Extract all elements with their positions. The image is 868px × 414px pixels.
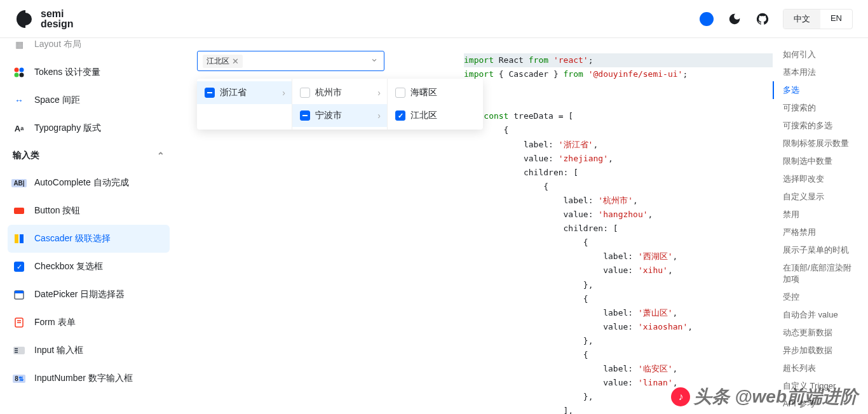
toc-item[interactable]: 超长列表 <box>773 359 868 377</box>
toc-item[interactable]: 可搜索的多选 <box>773 117 868 135</box>
toc-item[interactable]: 自定义 Trigger <box>773 377 868 395</box>
toc-item[interactable]: 可搜索的 <box>773 99 868 117</box>
sidebar-item-label: Button 按钮 <box>34 205 80 217</box>
inputnumber-icon: 8⇅ <box>13 372 25 385</box>
sidebar-item-button[interactable]: Button 按钮 <box>8 197 170 225</box>
sidebar-item-label: Typography 版式 <box>34 123 101 134</box>
toc-item[interactable]: 限制标签展示数量 <box>773 135 868 152</box>
toc-item[interactable]: 异步加载数据 <box>773 342 868 359</box>
sidebar-item-label: Checkbox 复选框 <box>34 261 103 272</box>
toc-item[interactable]: 如何引入 <box>773 46 868 63</box>
toc-item[interactable]: 基本用法 <box>773 63 868 81</box>
svg-rect-12 <box>15 348 18 349</box>
lang-en-button[interactable]: EN <box>820 10 852 29</box>
chevron-up-icon: ⌃ <box>157 150 165 161</box>
main-content: 江北区 ✕ 浙江省 › <box>178 38 773 414</box>
toc-item[interactable]: 自动合并 value <box>773 306 868 324</box>
cascader-dropdown: 浙江省 › 杭州市 › 宁波市 › <box>197 79 483 130</box>
sidebar-item-label: DatePicker 日期选择器 <box>34 289 125 300</box>
sidebar-item-label: Input 输入框 <box>34 345 83 356</box>
tag-close-icon[interactable]: ✕ <box>232 57 239 66</box>
layout-icon: ▦ <box>13 38 25 51</box>
dropdown-item[interactable]: 杭州市 › <box>292 81 387 104</box>
toc-item[interactable]: 限制选中数量 <box>773 152 868 170</box>
toc-item[interactable]: 选择即改变 <box>773 170 868 188</box>
sidebar-item-space[interactable]: ↔ Space 间距 <box>8 86 170 114</box>
toc-item[interactable]: 自定义显示 <box>773 188 868 206</box>
sidebar-item-label: Space 间距 <box>34 95 80 106</box>
sidebar-item-tokens[interactable]: Tokens 设计变量 <box>8 58 170 86</box>
dropdown-column-2: 杭州市 › 宁波市 › <box>292 79 388 130</box>
lang-zh-button[interactable]: 中文 <box>783 10 820 29</box>
cascader-icon <box>13 232 25 245</box>
sidebar-item-inputnumber[interactable]: 8⇅ InputNumber 数字输入框 <box>8 364 170 392</box>
sidebar-item-datepicker[interactable]: DatePicker 日期选择器 <box>8 281 170 309</box>
toc-item[interactable]: 禁用 <box>773 206 868 224</box>
toc-item[interactable]: 严格禁用 <box>773 224 868 241</box>
dropdown-column-1: 浙江省 › <box>197 79 292 130</box>
sidebar-item-label: Layout 布局 <box>34 39 81 50</box>
language-switcher: 中文 EN <box>783 9 853 29</box>
svg-point-3 <box>20 73 24 77</box>
sidebar-section-header[interactable]: 输入类 ⌃ <box>8 142 170 169</box>
logo-icon <box>15 9 36 29</box>
dropdown-item[interactable]: 海曙区 <box>388 81 483 104</box>
toc-item[interactable]: API 参考 <box>773 395 868 413</box>
sidebar-item-label: Tokens 设计变量 <box>34 67 100 78</box>
toc-item[interactable]: 多选 <box>773 81 868 99</box>
sidebar-item-form[interactable]: Form 表单 <box>8 309 170 337</box>
typography-icon: Aa <box>13 122 25 135</box>
checkbox-indeterminate[interactable] <box>205 88 215 98</box>
toc-item[interactable]: 展示子菜单的时机 <box>773 241 868 259</box>
option-label: 宁波市 <box>315 110 342 121</box>
svg-rect-4 <box>15 234 18 243</box>
option-label: 杭州市 <box>315 87 342 98</box>
checkbox-unchecked[interactable] <box>395 88 405 98</box>
dropdown-item[interactable]: 宁波市 › <box>292 104 387 127</box>
dark-mode-icon[interactable] <box>727 11 742 27</box>
logo[interactable]: semi design <box>15 9 74 29</box>
sidebar-item-label: InputNumber 数字输入框 <box>34 373 133 384</box>
github-icon[interactable] <box>755 11 770 27</box>
chevron-right-icon: › <box>377 110 381 121</box>
sidebar-item-input[interactable]: Input 输入框 <box>8 337 170 364</box>
button-icon <box>13 204 25 217</box>
chevron-down-icon <box>370 56 379 67</box>
checkbox-checked[interactable] <box>395 110 405 121</box>
sidebar-item-typography[interactable]: Aa Typography 版式 <box>8 114 170 142</box>
checkbox-unchecked[interactable] <box>300 88 310 98</box>
option-label: 浙江省 <box>220 87 247 98</box>
theme-color-icon[interactable] <box>699 11 714 27</box>
tag-label: 江北区 <box>207 56 229 67</box>
dropdown-column-3: 海曙区 江北区 <box>388 79 483 130</box>
code-block: import React from 'react'; import { Casc… <box>464 53 773 414</box>
svg-rect-14 <box>15 352 18 353</box>
toc-item[interactable]: 在顶部/底部渲染附加项 <box>773 259 868 288</box>
toc-item[interactable]: 受控 <box>773 288 868 306</box>
sidebar-item-label: Form 表单 <box>34 317 76 328</box>
toc-item[interactable]: 动态更新数据 <box>773 324 868 342</box>
checkbox-indeterminate[interactable] <box>300 110 310 121</box>
sidebar-item-layout[interactable]: ▦ Layout 布局 <box>8 38 170 58</box>
dropdown-item[interactable]: 江北区 <box>388 104 483 127</box>
sidebar-item-autocomplete[interactable]: AB| AutoComplete 自动完成 <box>8 169 170 197</box>
svg-point-0 <box>15 68 19 72</box>
input-icon <box>13 344 25 357</box>
option-label: 海曙区 <box>410 87 437 98</box>
chevron-right-icon: › <box>377 88 381 98</box>
option-label: 江北区 <box>410 110 437 121</box>
sidebar: ▦ Layout 布局 Tokens 设计变量 ↔ Space 间距 Aa Ty… <box>0 38 178 414</box>
sidebar-item-checkbox[interactable]: ✓ Checkbox 复选框 <box>8 253 170 281</box>
app-header: semi design 中文 EN <box>0 0 868 38</box>
logo-text: semi design <box>41 9 74 29</box>
svg-rect-13 <box>15 350 18 351</box>
svg-point-2 <box>15 73 19 77</box>
form-icon <box>13 316 25 329</box>
cascader-select[interactable]: 江北区 ✕ <box>197 51 384 71</box>
dropdown-item[interactable]: 浙江省 › <box>197 81 292 104</box>
sidebar-item-cascader[interactable]: Cascader 级联选择 <box>8 225 170 253</box>
demo-area: 江北区 ✕ 浙江省 › <box>197 51 773 414</box>
autocomplete-icon: AB| <box>13 177 25 189</box>
sidebar-section-label: 输入类 <box>13 150 39 161</box>
sidebar-item-label: Cascader 级联选择 <box>34 233 111 244</box>
